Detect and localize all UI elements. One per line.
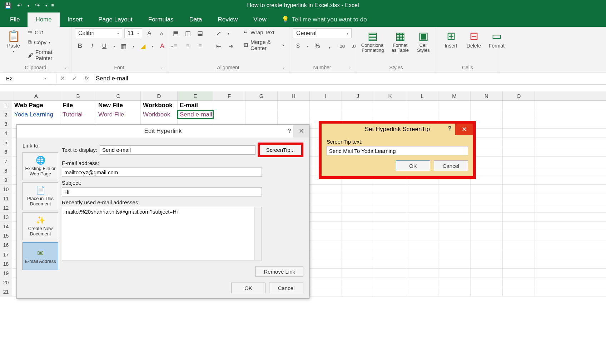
- conditional-formatting-button[interactable]: ▤Conditional Formatting: [359, 28, 387, 55]
- cell-O11[interactable]: [503, 194, 535, 203]
- cell-L12[interactable]: [406, 203, 438, 212]
- cell-H2[interactable]: [278, 110, 310, 119]
- cell-E2[interactable]: Send e-mail: [178, 110, 213, 119]
- cell-M10[interactable]: [438, 185, 471, 194]
- cell-F1[interactable]: [213, 101, 245, 110]
- cell-N19[interactable]: [471, 269, 503, 278]
- row-header-8[interactable]: 8: [0, 166, 12, 175]
- number-format-combo[interactable]: General▾: [293, 28, 352, 38]
- cell-O2[interactable]: [503, 110, 535, 119]
- screentip-dialog-title-bar[interactable]: Set Hyperlink ScreenTip ? ✕: [322, 124, 473, 135]
- border-button[interactable]: ▦: [119, 41, 129, 51]
- enter-formula-icon[interactable]: ✓: [69, 74, 81, 83]
- screentip-text-input[interactable]: [327, 146, 468, 155]
- row-header-2[interactable]: 2: [0, 110, 12, 119]
- cell-K21[interactable]: [374, 287, 406, 296]
- cell-M13[interactable]: [438, 213, 471, 221]
- cell-N13[interactable]: [471, 213, 503, 221]
- row-header-9[interactable]: 9: [0, 175, 12, 184]
- cell-J21[interactable]: [342, 287, 374, 296]
- cell-K12[interactable]: [374, 203, 406, 212]
- cell-M11[interactable]: [438, 194, 471, 203]
- cell-N1[interactable]: [471, 101, 503, 110]
- cell-O6[interactable]: [503, 147, 535, 156]
- cell-I14[interactable]: [310, 222, 342, 231]
- cell-N14[interactable]: [471, 222, 503, 231]
- align-top-button[interactable]: ⬒: [171, 28, 181, 38]
- underline-dropdown[interactable]: ▾: [111, 41, 116, 51]
- cell-J13[interactable]: [342, 213, 374, 221]
- row-header-3[interactable]: 3: [0, 119, 12, 128]
- cell-I1[interactable]: [310, 101, 342, 110]
- cell-A1[interactable]: Web Page: [12, 101, 60, 110]
- cell-O4[interactable]: [503, 129, 535, 138]
- col-header-F[interactable]: F: [213, 91, 245, 100]
- row-header-5[interactable]: 5: [0, 138, 12, 147]
- row-header-6[interactable]: 6: [0, 147, 12, 156]
- row-header-7[interactable]: 7: [0, 157, 12, 166]
- cell-J16[interactable]: [342, 240, 374, 249]
- tab-insert[interactable]: Insert: [60, 13, 91, 27]
- select-all-corner[interactable]: [0, 91, 12, 101]
- cell-K14[interactable]: [374, 222, 406, 231]
- font-name-combo[interactable]: Calibri▾: [75, 28, 122, 38]
- font-size-combo[interactable]: 11▾: [124, 28, 142, 38]
- row-header-20[interactable]: 20: [0, 278, 12, 287]
- percent-button[interactable]: %: [312, 41, 322, 51]
- increase-decimal-button[interactable]: .00: [337, 41, 347, 51]
- cell-L20[interactable]: [406, 278, 438, 287]
- cell-styles-button[interactable]: ▣Cell Styles: [413, 28, 433, 55]
- format-painter-button[interactable]: 🖌Format Painter: [26, 48, 68, 62]
- remove-link-button[interactable]: Remove Link: [255, 266, 303, 277]
- cell-D2[interactable]: Workbook: [141, 110, 178, 119]
- cell-L2[interactable]: [406, 110, 438, 119]
- cell-I20[interactable]: [310, 278, 342, 287]
- cell-M20[interactable]: [438, 278, 471, 287]
- cell-O20[interactable]: [503, 278, 535, 287]
- orientation-dropdown[interactable]: ▾: [226, 28, 231, 38]
- cell-L15[interactable]: [406, 231, 438, 240]
- cell-J12[interactable]: [342, 203, 374, 212]
- dialog-title-bar[interactable]: Edit Hyperlink ? ✕: [17, 125, 309, 138]
- decrease-indent-button[interactable]: ⇤: [214, 41, 224, 51]
- fill-color-button[interactable]: ◢: [138, 41, 148, 51]
- cell-N15[interactable]: [471, 231, 503, 240]
- cell-J15[interactable]: [342, 231, 374, 240]
- cell-J14[interactable]: [342, 222, 374, 231]
- cell-N16[interactable]: [471, 240, 503, 249]
- linkto-place-in-doc[interactable]: 📄Place in This Document: [23, 182, 58, 210]
- scrollbar[interactable]: [254, 207, 262, 260]
- cell-I10[interactable]: [310, 185, 342, 194]
- fill-dropdown[interactable]: ▾: [150, 41, 155, 51]
- cell-L11[interactable]: [406, 194, 438, 203]
- col-header-D[interactable]: D: [141, 91, 178, 100]
- row-header-17[interactable]: 17: [0, 250, 12, 259]
- tab-view[interactable]: View: [245, 13, 274, 27]
- cell-L16[interactable]: [406, 240, 438, 249]
- cell-I16[interactable]: [310, 240, 342, 249]
- cell-G2[interactable]: [245, 110, 278, 119]
- tell-me[interactable]: 💡 Tell me what you want to do: [274, 12, 374, 27]
- cell-H1[interactable]: [278, 101, 310, 110]
- row-header-21[interactable]: 21: [0, 287, 12, 296]
- cell-M2[interactable]: [438, 110, 471, 119]
- linkto-email[interactable]: ✉E-mail Address: [23, 242, 58, 270]
- cell-D1[interactable]: Workbook: [141, 101, 178, 110]
- cell-M21[interactable]: [438, 287, 471, 296]
- align-left-button[interactable]: ≡: [171, 41, 181, 51]
- cell-N17[interactable]: [471, 250, 503, 259]
- cell-K18[interactable]: [374, 259, 406, 268]
- save-icon[interactable]: 💾: [3, 1, 13, 10]
- ok-button[interactable]: OK: [396, 160, 430, 171]
- cell-O12[interactable]: [503, 203, 535, 212]
- col-header-C[interactable]: C: [96, 91, 141, 100]
- help-icon[interactable]: ?: [288, 128, 291, 135]
- delete-cells-button[interactable]: ⊟Delete: [464, 28, 484, 50]
- col-header-B[interactable]: B: [60, 91, 96, 100]
- row-header-18[interactable]: 18: [0, 259, 12, 268]
- cancel-formula-icon[interactable]: ✕: [56, 74, 69, 83]
- dialog-launcher-icon[interactable]: ⌐: [65, 65, 68, 70]
- cell-O3[interactable]: [503, 119, 535, 128]
- row-header-15[interactable]: 15: [0, 231, 12, 240]
- cell-I19[interactable]: [310, 269, 342, 278]
